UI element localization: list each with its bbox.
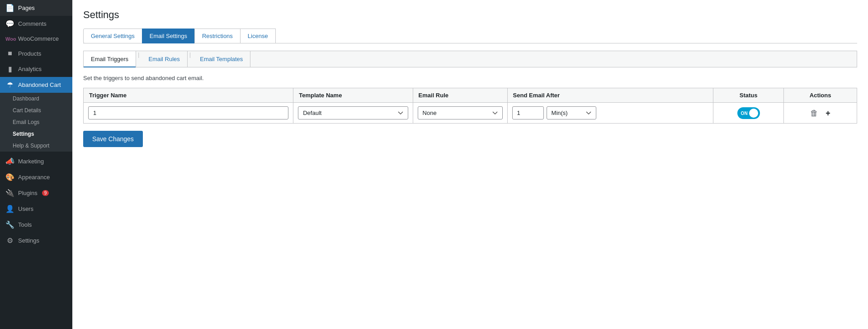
tools-icon: 🔧 — [5, 220, 14, 229]
sidebar-item-pages[interactable]: 📄 Pages — [0, 0, 72, 16]
sidebar-label-cart-details: Cart Details — [13, 107, 41, 114]
actions-cell: 🗑 + — [784, 103, 857, 124]
sidebar-item-analytics[interactable]: ▮ Analytics — [0, 61, 72, 77]
trigger-name-cell — [84, 103, 293, 124]
sidebar-item-abandoned-cart[interactable]: ☂ Abandoned Cart — [0, 77, 72, 93]
woocommerce-icon: Woo — [5, 36, 14, 42]
settings-icon: ⚙ — [5, 236, 14, 245]
products-icon: ■ — [5, 49, 14, 57]
tab-general[interactable]: General Settings — [83, 29, 142, 43]
sidebar-label-help-support: Help & Support — [13, 143, 49, 149]
abandoned-cart-icon: ☂ — [5, 81, 14, 89]
sidebar-label-email-logs: Email Logs — [13, 119, 39, 125]
sidebar-item-woocommerce[interactable]: Woo WooCommerce — [0, 32, 72, 46]
sidebar-item-tools[interactable]: 🔧 Tools — [0, 217, 72, 233]
page-title: Settings — [83, 9, 857, 21]
sidebar-item-settings-sub[interactable]: Settings — [0, 128, 72, 140]
appearance-icon: 🎨 — [5, 173, 14, 181]
sub-tab-email-rules[interactable]: Email Rules — [141, 51, 187, 67]
tab-email-settings[interactable]: Email Settings — [142, 29, 195, 43]
tab-restrictions[interactable]: Restrictions — [194, 29, 241, 43]
sidebar-item-settings-bottom[interactable]: ⚙ Settings — [0, 233, 72, 248]
sidebar-label-appearance: Appearance — [18, 174, 50, 181]
template-name-select[interactable]: Default — [298, 106, 408, 119]
sidebar-item-dashboard[interactable]: Dashboard — [0, 93, 72, 105]
send-after-value-input[interactable] — [512, 106, 544, 119]
sidebar-label-settings-bottom: Settings — [18, 237, 39, 244]
plugins-badge: 9 — [42, 190, 49, 196]
section-description: Set the triggers to send abandoned cart … — [83, 75, 857, 81]
col-send-email-after: Send Email After — [507, 88, 713, 103]
delete-button[interactable]: 🗑 — [808, 108, 820, 118]
sidebar-item-cart-details[interactable]: Cart Details — [0, 105, 72, 116]
marketing-icon: 📣 — [5, 157, 14, 166]
template-name-cell: Default — [293, 103, 413, 124]
sidebar-item-help-support[interactable]: Help & Support — [0, 140, 72, 152]
sidebar-label-plugins: Plugins — [18, 190, 38, 196]
sidebar-label-marketing: Marketing — [18, 158, 44, 165]
sidebar-item-email-logs[interactable]: Email Logs — [0, 116, 72, 128]
col-status: Status — [713, 88, 784, 103]
email-rule-select[interactable]: None — [418, 106, 503, 119]
toggle-on-label: ON — [741, 110, 748, 115]
comments-icon: 💬 — [5, 19, 14, 28]
sidebar-item-users[interactable]: 👤 Users — [0, 201, 72, 217]
email-rule-cell: None — [413, 103, 507, 124]
sidebar-label-settings-sub: Settings — [13, 131, 34, 137]
tab-sep-1: | — [136, 51, 141, 67]
main-tabs: General Settings Email Settings Restrict… — [83, 28, 857, 43]
sidebar-label-pages: Pages — [18, 5, 35, 11]
users-icon: 👤 — [5, 205, 14, 213]
page-wrap: Settings General Settings Email Settings… — [72, 0, 868, 329]
table-row: Default None Min(s) Hour(s) — [84, 103, 857, 124]
send-after-cell: Min(s) Hour(s) Day(s) — [507, 103, 713, 124]
main-content: Settings General Settings Email Settings… — [72, 0, 868, 329]
sidebar-label-products: Products — [18, 50, 41, 57]
save-changes-button[interactable]: Save Changes — [83, 131, 143, 147]
sidebar-label-dashboard: Dashboard — [13, 95, 39, 102]
send-after-wrap: Min(s) Hour(s) Day(s) — [512, 106, 708, 119]
trigger-table: Trigger Name Template Name Email Rule Se… — [83, 88, 857, 124]
sidebar-item-appearance[interactable]: 🎨 Appearance — [0, 169, 72, 185]
status-toggle[interactable]: ON — [737, 107, 760, 119]
sidebar-submenu: Dashboard Cart Details Email Logs Settin… — [0, 93, 72, 152]
add-button[interactable]: + — [824, 108, 832, 118]
sidebar-item-comments[interactable]: 💬 Comments — [0, 16, 72, 32]
status-cell: ON — [713, 103, 784, 124]
send-after-unit-select[interactable]: Min(s) Hour(s) Day(s) — [547, 106, 596, 119]
col-actions: Actions — [784, 88, 857, 103]
sub-tab-email-templates[interactable]: Email Templates — [193, 51, 250, 67]
sidebar-label-analytics: Analytics — [18, 66, 42, 72]
col-email-rule: Email Rule — [413, 88, 507, 103]
sidebar-item-plugins[interactable]: 🔌 Plugins 9 — [0, 185, 72, 201]
sidebar-item-products[interactable]: ■ Products — [0, 46, 72, 61]
sidebar-label-abandoned-cart: Abandoned Cart — [18, 81, 61, 88]
col-template-name: Template Name — [293, 88, 413, 103]
sidebar-label-comments: Comments — [18, 20, 47, 27]
sub-tabs: Email Triggers | Email Rules | Email Tem… — [83, 51, 857, 67]
plugins-icon: 🔌 — [5, 189, 14, 197]
tab-license[interactable]: License — [240, 29, 276, 43]
toggle-slider: ON — [737, 107, 760, 119]
sidebar-item-marketing[interactable]: 📣 Marketing — [0, 153, 72, 169]
actions-wrap: 🗑 + — [788, 108, 852, 118]
pages-icon: 📄 — [5, 4, 14, 12]
analytics-icon: ▮ — [5, 65, 14, 73]
sidebar-label-woocommerce: WooCommerce — [18, 35, 59, 42]
sidebar-label-tools: Tools — [18, 221, 32, 228]
trigger-name-input[interactable] — [88, 106, 288, 119]
toggle-wrap: ON — [718, 107, 779, 119]
sub-tab-email-triggers[interactable]: Email Triggers — [84, 51, 136, 67]
sidebar-label-users: Users — [18, 205, 33, 212]
sidebar: 📄 Pages 💬 Comments Woo WooCommerce ■ Pro… — [0, 0, 72, 329]
col-trigger-name: Trigger Name — [84, 88, 293, 103]
tab-sep-2: | — [188, 51, 193, 67]
